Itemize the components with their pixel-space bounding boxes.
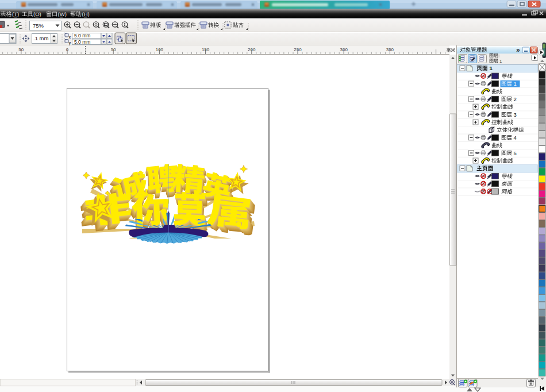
svg-text:350: 350 [386,47,394,52]
svg-text:x: x [69,35,71,39]
svg-text:5: 5 [514,150,517,156]
svg-text:(O): (O) [33,11,41,17]
svg-text:(H): (H) [82,11,90,17]
svg-text:5.0 mm: 5.0 mm [74,33,90,39]
svg-text:»: » [516,46,520,54]
svg-text:0: 0 [66,47,69,52]
svg-text:100: 100 [156,47,164,52]
svg-text:200: 200 [248,47,256,52]
svg-text:(W): (W) [58,11,67,17]
svg-text:1: 1 [514,80,517,87]
svg-text:y: y [69,41,71,45]
svg-text:50: 50 [18,47,24,52]
svg-text:75%: 75% [33,22,44,29]
svg-text:1: 1 [499,59,502,64]
svg-text:(T): (T) [12,11,19,17]
svg-text:50: 50 [111,47,116,52]
svg-text:1: 1 [490,65,493,71]
svg-text:.1 mm: .1 mm [33,35,48,41]
svg-text:5.0 mm: 5.0 mm [74,39,90,45]
svg-text:300: 300 [340,47,348,52]
svg-text:4: 4 [514,134,517,141]
svg-text:250: 250 [294,47,302,52]
svg-text:150: 150 [202,47,210,52]
svg-text:3: 3 [514,112,517,118]
svg-text:2: 2 [514,96,517,102]
